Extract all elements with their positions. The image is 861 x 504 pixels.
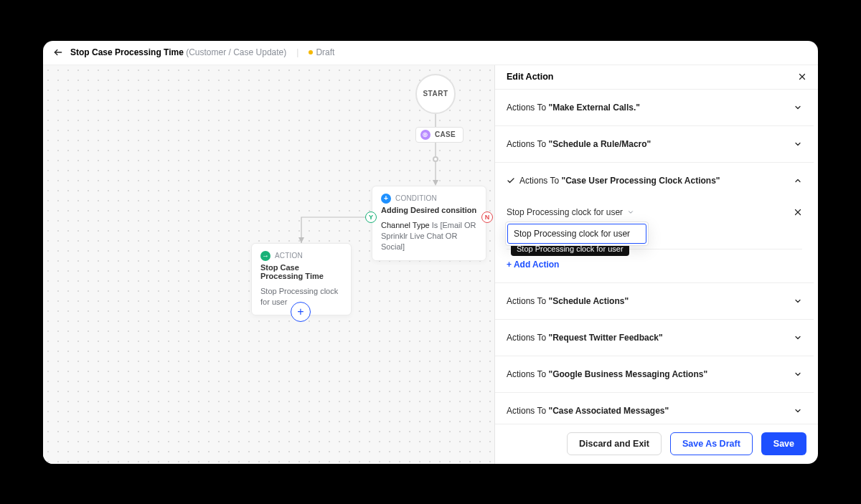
section-lead: Actions To "Case User Processing Clock A…: [507, 176, 720, 186]
chevron-up-icon: [794, 176, 802, 185]
page-title-sub: (Customer / Case Update): [186, 47, 286, 57]
app-window: Stop Case Processing Time (Customer / Ca…: [43, 41, 818, 464]
condition-type-label: CONDITION: [395, 194, 437, 202]
section-schedule-actions[interactable]: Actions To "Schedule Actions": [495, 283, 814, 320]
panel-title: Edit Action: [507, 72, 554, 82]
divider: |: [296, 47, 298, 57]
no-branch-badge[interactable]: N: [481, 211, 493, 223]
condition-rule-field: Channel Type: [381, 221, 430, 229]
section-label: Actions To "Google Business Messaging Ac…: [507, 369, 707, 379]
svg-marker-4: [433, 180, 438, 186]
condition-type-row: CONDITION: [381, 194, 477, 204]
start-node[interactable]: START: [415, 74, 456, 114]
check-icon: [507, 176, 515, 185]
section-case-associated-messages[interactable]: Actions To "Case Associated Messages": [495, 393, 814, 424]
discard-button[interactable]: Discard and Exit: [567, 432, 662, 455]
yes-branch-badge[interactable]: Y: [365, 211, 377, 223]
panel-header: Edit Action: [495, 65, 818, 90]
action-type-label: ACTION: [275, 252, 303, 260]
section-expanded-body: Stop Processing clock for user Stop Proc…: [495, 206, 814, 283]
section-label: Actions To "Request Twitter Feedback": [507, 333, 663, 343]
section-label: Actions To "Schedule Actions": [507, 296, 629, 306]
add-node-button[interactable]: +: [291, 302, 311, 322]
workflow-canvas[interactable]: START ◎ CASE CONDITION Adding Desired co…: [43, 65, 495, 464]
save-button[interactable]: Save: [761, 432, 806, 455]
action-type-row: ACTION: [260, 251, 342, 261]
section-case-user-processing-clock[interactable]: Actions To "Case User Processing Clock A…: [495, 163, 814, 199]
condition-title: Adding Desired consition: [381, 206, 477, 214]
panel-footer: Discard and Exit Save As Draft Save: [495, 424, 818, 464]
section-schedule-rule-macro[interactable]: Actions To "Schedule a Rule/Macro": [495, 126, 814, 163]
body: START ◎ CASE CONDITION Adding Desired co…: [43, 65, 818, 464]
close-icon[interactable]: [798, 72, 806, 81]
dropdown-option[interactable]: Stop Processing clock for user: [507, 224, 646, 244]
section-google-business-messaging[interactable]: Actions To "Google Business Messaging Ac…: [495, 356, 814, 393]
action-title: Stop Case Processing Time: [260, 263, 342, 280]
chevron-down-icon: [794, 103, 802, 112]
status-dot-icon: [309, 50, 313, 54]
condition-card[interactable]: CONDITION Adding Desired consition Chann…: [372, 186, 486, 261]
back-button[interactable]: [53, 47, 63, 57]
entity-pill[interactable]: ◎ CASE: [415, 127, 464, 143]
section-request-twitter-feedback[interactable]: Actions To "Request Twitter Feedback": [495, 320, 814, 356]
section-make-external-calls[interactable]: Actions To "Make External Calls.": [495, 90, 814, 126]
entity-pill-label: CASE: [435, 130, 456, 138]
status-badge: Draft: [309, 47, 334, 57]
section-label: Actions To "Case Associated Messages": [507, 406, 669, 416]
chevron-down-icon: [794, 297, 802, 305]
start-node-label: START: [423, 90, 448, 98]
dropdown-options: Stop Processing clock for user: [505, 222, 649, 246]
case-icon: ◎: [420, 130, 430, 140]
side-panel: Edit Action Actions To "Make External Ca…: [495, 65, 818, 464]
chevron-down-icon: [794, 406, 802, 415]
condition-rule: Channel Type Is [Email OR Sprinklr Live …: [381, 220, 477, 253]
panel-scroll[interactable]: Actions To "Make External Calls." Action…: [495, 90, 818, 424]
arrow-circle-icon: [260, 251, 270, 261]
chevron-down-icon: [794, 140, 802, 148]
chevron-down-icon: [627, 209, 634, 216]
section-label: Actions To "Make External Calls.": [507, 103, 640, 113]
status-label: Draft: [316, 47, 334, 57]
condition-rule-verb: Is: [432, 221, 438, 229]
junction-node[interactable]: [433, 156, 438, 162]
plus-circle-icon: [381, 194, 391, 204]
action-dropdown[interactable]: Stop Processing clock for user: [507, 206, 634, 219]
svg-marker-5: [298, 237, 304, 243]
page-title: Stop Case Processing Time (Customer / Ca…: [70, 47, 286, 57]
action-dropdown-row: Stop Processing clock for user Stop Proc…: [507, 206, 802, 219]
section-label: Actions To "Case User Processing Clock A…: [519, 176, 720, 186]
remove-action-icon[interactable]: [794, 208, 802, 217]
chevron-down-icon: [794, 333, 802, 342]
chevron-down-icon: [794, 370, 802, 379]
save-draft-button[interactable]: Save As Draft: [670, 432, 753, 455]
section-label: Actions To "Schedule a Rule/Macro": [507, 139, 651, 149]
page-title-main: Stop Case Processing Time: [70, 47, 184, 57]
topbar: Stop Case Processing Time (Customer / Ca…: [43, 41, 818, 65]
dropdown-value: Stop Processing clock for user: [507, 207, 623, 217]
